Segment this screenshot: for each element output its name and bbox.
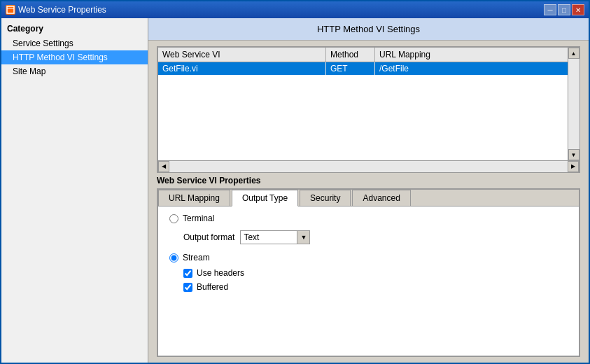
window-title: Web Service Properties [18, 5, 106, 15]
tab-output-type-label: Output Type [242, 193, 288, 203]
cell-vi: GetFile.vi [158, 62, 326, 75]
sidebar-item-service-settings[interactable]: Service Settings [1, 36, 148, 50]
stream-label: Stream [183, 253, 210, 262]
output-format-label: Output format [183, 232, 234, 242]
terminal-radio-row: Terminal [169, 214, 568, 223]
sidebar-label-site-map: Site Map [13, 66, 45, 76]
content-area: Category Service Settings HTTP Method VI… [1, 18, 589, 363]
restore-button[interactable]: □ [558, 4, 570, 15]
table-horizontal-scrollbar[interactable]: ◀ ▶ [158, 160, 579, 172]
svg-rect-0 [7, 6, 14, 13]
tab-url-mapping[interactable]: URL Mapping [158, 190, 230, 206]
properties-section: Web Service VI Properties URL Mapping Ou… [157, 176, 580, 357]
tab-output-type[interactable]: Output Type [232, 190, 298, 206]
stream-radio-row: Stream [169, 253, 568, 262]
stream-radio[interactable] [169, 253, 178, 262]
main-header: HTTP Method VI Settings [148, 18, 589, 41]
scrollbar-up-button[interactable]: ▲ [568, 48, 580, 59]
title-bar-left: Web Service Properties [6, 5, 106, 15]
close-button[interactable]: ✕ [572, 4, 584, 15]
use-headers-row: Use headers [183, 268, 568, 278]
tab-security-label: Security [310, 193, 340, 203]
table-body: GetFile.vi GET /GetFile [158, 62, 568, 160]
output-format-value: Text [241, 232, 297, 243]
buffered-label: Buffered [197, 282, 228, 292]
use-headers-label: Use headers [197, 268, 244, 278]
title-buttons: ─ □ ✕ [544, 4, 584, 15]
cell-url-mapping: /GetFile [375, 62, 568, 75]
dropdown-arrow-icon: ▼ [300, 234, 307, 241]
use-headers-checkbox[interactable] [183, 269, 192, 278]
table-vertical-scrollbar[interactable]: ▲ ▼ [568, 48, 579, 160]
sidebar-item-http-method-vi-settings[interactable]: HTTP Method VI Settings [1, 50, 148, 64]
main-content: HTTP Method VI Settings Web Service VI M… [148, 18, 589, 363]
cell-method: GET [326, 62, 375, 75]
col-header-vi: Web Service VI [158, 48, 326, 62]
output-format-dropdown-button[interactable]: ▼ [297, 231, 309, 244]
output-type-tab-content: Terminal Output format Text ▼ [158, 206, 579, 356]
tabs-bar: URL Mapping Output Type Security Advance… [158, 190, 579, 206]
vi-table: Web Service VI Method URL Mapping GetFil… [157, 46, 580, 173]
sidebar-label-http-method-vi-settings: HTTP Method VI Settings [13, 52, 108, 62]
table-header: Web Service VI Method URL Mapping [158, 48, 568, 62]
terminal-label: Terminal [183, 214, 214, 223]
main-window: Web Service Properties ─ □ ✕ Category Se… [0, 0, 590, 364]
sidebar-label-service-settings: Service Settings [13, 38, 73, 48]
table-row[interactable]: GetFile.vi GET /GetFile [158, 62, 568, 75]
sidebar: Category Service Settings HTTP Method VI… [1, 18, 148, 363]
output-format-select[interactable]: Text ▼ [240, 230, 310, 244]
window-icon [6, 5, 15, 15]
table-data-area: Web Service VI Method URL Mapping GetFil… [158, 48, 568, 160]
tab-security[interactable]: Security [300, 190, 351, 206]
hz-scroll-right-button[interactable]: ▶ [568, 161, 579, 172]
col-header-method: Method [326, 48, 375, 62]
scrollbar-down-button[interactable]: ▼ [568, 149, 580, 160]
scrollbar-track[interactable] [568, 59, 580, 149]
sidebar-item-site-map[interactable]: Site Map [1, 64, 148, 78]
buffered-row: Buffered [183, 282, 568, 292]
col-header-url: URL Mapping [375, 48, 568, 62]
properties-panel: URL Mapping Output Type Security Advance… [157, 188, 580, 357]
tab-advanced-label: Advanced [363, 193, 400, 203]
hz-scroll-track[interactable] [169, 161, 568, 172]
tab-url-mapping-label: URL Mapping [169, 193, 220, 203]
properties-title: Web Service VI Properties [157, 176, 580, 186]
sidebar-header: Category [1, 21, 148, 36]
tab-advanced[interactable]: Advanced [352, 190, 410, 206]
output-format-row: Output format Text ▼ [183, 230, 568, 244]
terminal-radio[interactable] [169, 214, 178, 223]
buffered-checkbox[interactable] [183, 283, 192, 292]
title-bar: Web Service Properties ─ □ ✕ [1, 1, 589, 18]
hz-scroll-left-button[interactable]: ◀ [158, 161, 169, 172]
minimize-button[interactable]: ─ [544, 4, 556, 15]
table-scroll-outer: Web Service VI Method URL Mapping GetFil… [158, 48, 579, 160]
